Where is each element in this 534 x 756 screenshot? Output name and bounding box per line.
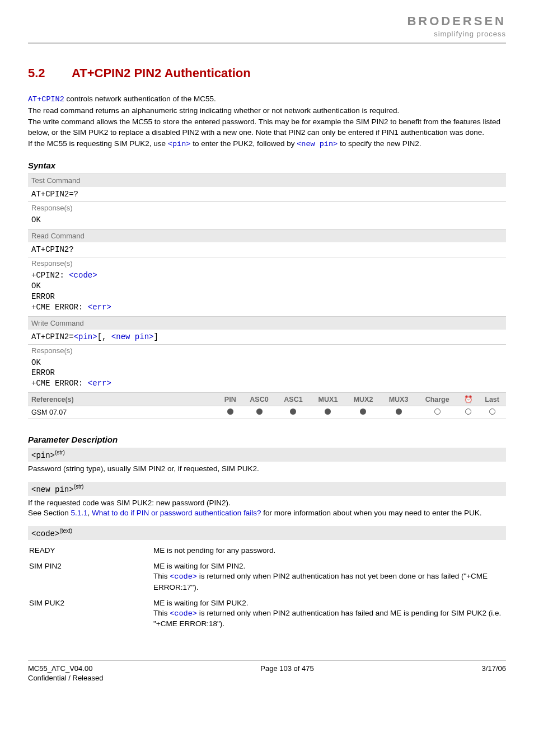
dot-charge bbox=[416, 406, 458, 419]
param-code-type: (text) bbox=[59, 528, 72, 534]
dot-mux3 bbox=[381, 406, 416, 419]
test-label: Test Command bbox=[28, 174, 506, 187]
ref-value: GSM 07.07 bbox=[28, 406, 218, 419]
col-asc0: ASC0 bbox=[242, 393, 277, 406]
topic-link[interactable]: What to do if PIN or password authentica… bbox=[92, 509, 261, 517]
newpin-token[interactable]: <new pin> bbox=[111, 332, 154, 341]
col-last: Last bbox=[478, 393, 506, 406]
intro-line-2: The read command returns an alphanumeric… bbox=[28, 106, 506, 116]
dot-asc0 bbox=[242, 406, 277, 419]
code-token[interactable]: <code> bbox=[69, 271, 97, 280]
code-row-simpin2: SIM PIN2 ME is waiting for SIM PIN2. Thi… bbox=[29, 559, 505, 595]
dot-asc1 bbox=[277, 406, 311, 419]
ref-label: Reference(s) bbox=[28, 393, 218, 406]
code-key: READY bbox=[29, 543, 152, 558]
pin-token[interactable]: <pin> bbox=[74, 332, 97, 341]
footer-date: 3/17/06 bbox=[482, 664, 506, 673]
filled-dot-icon bbox=[360, 408, 366, 415]
filled-dot-icon bbox=[325, 408, 331, 415]
param-code-bar: <code>(text) bbox=[28, 526, 506, 540]
section-title: 5.2AT+CPIN2 PIN2 Authentication bbox=[28, 66, 506, 81]
code-key: SIM PUK2 bbox=[29, 596, 152, 632]
intro-line-3: The write command allows the MC55 to sto… bbox=[28, 117, 506, 137]
newpin-token[interactable]: <new pin> bbox=[297, 140, 338, 148]
param-pin-desc: Password (string type), usually SIM PIN2… bbox=[28, 464, 506, 474]
dot-mux2 bbox=[345, 406, 381, 419]
param-newpin-type: (str) bbox=[74, 483, 84, 490]
footer-conf: Confidential / Released bbox=[28, 674, 506, 682]
code-row-ready: READY ME is not pending for any password… bbox=[29, 543, 505, 558]
intro-line-4: If the MC55 is requesting SIM PUK2, use … bbox=[28, 139, 506, 149]
dot-pin bbox=[218, 406, 242, 419]
intro-line-1: AT+CPIN2 controls network authentication… bbox=[28, 94, 506, 105]
pin-token[interactable]: <pin> bbox=[168, 140, 191, 148]
footer-page: Page 103 of 475 bbox=[260, 664, 313, 673]
err-token[interactable]: <err> bbox=[88, 379, 111, 388]
param-newpin-bar: <new pin>(str) bbox=[28, 482, 506, 496]
col-charge: Charge bbox=[416, 393, 458, 406]
read-label: Read Command bbox=[28, 229, 506, 242]
footer-doc: MC55_ATC_V04.00 bbox=[28, 664, 92, 673]
test-command: AT+CPIN2=? bbox=[28, 187, 506, 202]
code-key: SIM PIN2 bbox=[29, 559, 152, 595]
param-pin-token: <pin> bbox=[31, 451, 55, 460]
empty-dot-icon bbox=[489, 408, 495, 415]
section-heading: AT+CPIN2 PIN2 Authentication bbox=[72, 66, 251, 80]
write-response-label: Response(s) bbox=[28, 344, 506, 356]
empty-dot-icon bbox=[465, 408, 471, 415]
param-newpin-token: <new pin> bbox=[31, 485, 74, 494]
param-newpin-desc: If the requested code was SIM PUK2: new … bbox=[28, 498, 506, 518]
reference-block: Reference(s) PIN ASC0 ASC1 MUX1 MUX2 MUX… bbox=[28, 392, 506, 419]
read-response: +CPIN2: <code> OK ERROR +CME ERROR: <err… bbox=[28, 269, 506, 316]
write-command: AT+CPIN2=<pin>[, <new pin>] bbox=[28, 330, 506, 345]
code-val: ME is waiting for SIM PUK2. This <code> … bbox=[153, 596, 505, 632]
read-command: AT+CPIN2? bbox=[28, 242, 506, 257]
err-token[interactable]: <err> bbox=[88, 303, 111, 312]
dot-alarm bbox=[458, 406, 478, 419]
param-pin-bar: <pin>(str) bbox=[28, 448, 506, 462]
code-row-simpuk2: SIM PUK2 ME is waiting for SIM PUK2. Thi… bbox=[29, 596, 505, 632]
filled-dot-icon bbox=[290, 408, 296, 415]
header-rule bbox=[28, 43, 506, 44]
col-mux3: MUX3 bbox=[381, 393, 416, 406]
code-val: ME is waiting for SIM PIN2. This <code> … bbox=[153, 559, 505, 595]
page-header: BRODERSEN simplifying process bbox=[28, 0, 506, 43]
read-response-label: Response(s) bbox=[28, 257, 506, 269]
filled-dot-icon bbox=[256, 408, 263, 415]
write-label: Write Command bbox=[28, 316, 506, 330]
col-alarm-icon: ⏰ bbox=[458, 393, 478, 406]
empty-dot-icon bbox=[434, 408, 441, 415]
dot-mux1 bbox=[310, 406, 345, 419]
brand-tagline: simplifying process bbox=[407, 30, 506, 38]
col-pin: PIN bbox=[218, 393, 242, 406]
footer: MC55_ATC_V04.00 Page 103 of 475 3/17/06 bbox=[28, 661, 506, 674]
write-response: OK ERROR +CME ERROR: <err> bbox=[28, 356, 506, 393]
reference-table: Reference(s) PIN ASC0 ASC1 MUX1 MUX2 MUX… bbox=[28, 393, 506, 419]
syntax-table: Test Command AT+CPIN2=? Response(s) OK R… bbox=[28, 173, 506, 393]
code-token[interactable]: <code> bbox=[170, 572, 197, 581]
brand-logo: BRODERSEN simplifying process bbox=[407, 14, 506, 38]
brand-text: BRODERSEN bbox=[407, 14, 506, 29]
col-asc1: ASC1 bbox=[277, 393, 311, 406]
code-list-table: READY ME is not pending for any password… bbox=[28, 542, 506, 633]
dot-last bbox=[478, 406, 506, 419]
section-number: 5.2 bbox=[28, 66, 72, 81]
code-val: ME is not pending for any password. bbox=[153, 543, 505, 558]
syntax-heading: Syntax bbox=[28, 161, 506, 170]
param-code-token: <code> bbox=[31, 529, 59, 538]
test-response: OK bbox=[28, 214, 506, 229]
filled-dot-icon bbox=[396, 408, 402, 415]
param-desc-heading: Parameter Description bbox=[28, 435, 506, 444]
section-ref-link[interactable]: 5.1.1 bbox=[71, 509, 88, 517]
code-token[interactable]: <code> bbox=[170, 609, 197, 618]
col-mux1: MUX1 bbox=[310, 393, 345, 406]
test-response-label: Response(s) bbox=[28, 202, 506, 214]
filled-dot-icon bbox=[227, 408, 233, 415]
cmd-link[interactable]: AT+CPIN2 bbox=[28, 95, 64, 104]
param-pin-type: (str) bbox=[55, 449, 65, 456]
col-mux2: MUX2 bbox=[345, 393, 381, 406]
